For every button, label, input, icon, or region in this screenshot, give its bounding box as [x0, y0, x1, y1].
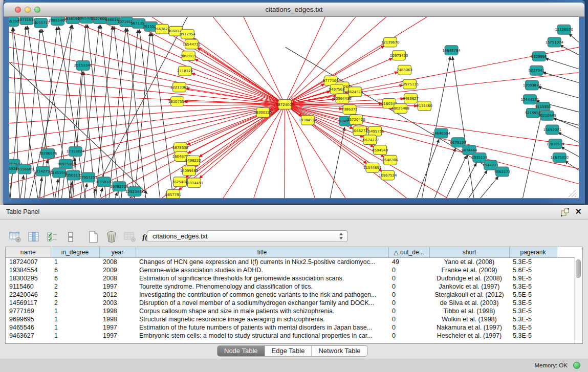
graph-node[interactable]: 11675310: [550, 153, 568, 163]
graph-node[interactable]: 16914491: [185, 178, 203, 188]
table-select-dropdown[interactable]: citations_edges.txt: [147, 230, 348, 242]
graph-node[interactable]: 8912954: [180, 29, 196, 39]
graph-node[interactable]: 7386372: [342, 105, 358, 115]
svg-text:15692071: 15692071: [543, 128, 561, 132]
table-row[interactable]: 2242004622012Investigating the contribut…: [6, 291, 575, 299]
graph-node[interactable]: 19384554: [299, 115, 317, 125]
graph-node[interactable]: 11126570: [555, 25, 573, 34]
table-cell: Estimation of the future numbers of pati…: [136, 323, 388, 332]
graph-node[interactable]: 14099489: [180, 166, 198, 176]
table-row[interactable]: 946554611997Estimation of the future num…: [6, 323, 575, 332]
graph-node[interactable]: 9857791: [165, 190, 181, 198]
graph-node[interactable]: 10967524: [379, 170, 397, 180]
table-row[interactable]: 911546021997Tourette syndrome. Phenomeno…: [6, 282, 575, 291]
memory-status-label: Memory: OK: [534, 362, 568, 368]
column-header-short[interactable]: short: [429, 247, 509, 258]
graph-node[interactable]: 9361573: [494, 167, 510, 177]
graph-node[interactable]: 5878538: [172, 143, 188, 152]
column-header-out_de[interactable]: △ out_de...: [388, 247, 429, 258]
graph-node[interactable]: 15495756: [366, 126, 384, 136]
graph-node[interactable]: 18300295: [254, 107, 272, 117]
table-row[interactable]: 1830029562008Estimation of significance …: [6, 274, 575, 282]
graph-node[interactable]: 3624574: [347, 87, 363, 97]
column-header-name[interactable]: name: [6, 247, 51, 258]
graph-node[interactable]: 17359924: [67, 147, 85, 157]
graph-node[interactable]: 9890915: [181, 51, 197, 61]
graph-node[interactable]: 16544731: [183, 39, 201, 49]
table-row[interactable]: 946362711997Embryonic stem cells: a mode…: [6, 332, 575, 340]
table-scrollbar[interactable]: [574, 258, 582, 343]
graph-node[interactable]: 11156689: [15, 164, 33, 174]
graph-node[interactable]: 20153346: [74, 61, 92, 71]
graph-node[interactable]: 20364436: [333, 94, 351, 103]
table-row[interactable]: 1456911722003Disruption of a novel membe…: [6, 299, 575, 307]
graph-node[interactable]: 9329966: [531, 52, 547, 61]
graph-node[interactable]: 1065272: [352, 126, 367, 136]
graph-node[interactable]: 15751074: [545, 37, 563, 47]
graph-node[interactable]: 14055717: [32, 18, 50, 28]
graph-node[interactable]: 12923448: [125, 187, 143, 196]
new-table-icon[interactable]: [86, 230, 100, 244]
graph-node[interactable]: 14646904: [432, 128, 450, 138]
column-header-title[interactable]: title: [136, 247, 388, 258]
graph-hub-node[interactable]: 18724007: [276, 100, 294, 110]
graph-node[interactable]: 10025488: [391, 104, 409, 114]
float-panel-icon[interactable]: [561, 208, 570, 216]
graph-node[interactable]: 9115460: [417, 101, 432, 111]
graph-node[interactable]: 9498222: [185, 156, 201, 165]
graph-node[interactable]: 9463627: [403, 94, 419, 103]
column-header-pagerank[interactable]: pagerank: [509, 247, 557, 258]
graph-node[interactable]: 7485063: [397, 65, 412, 75]
tab-edge-table[interactable]: Edge Table: [265, 346, 312, 356]
graph-node[interactable]: 17016514: [546, 139, 564, 149]
graph-node[interactable]: 12139670: [381, 37, 399, 47]
graph-node[interactable]: 12142757: [34, 166, 52, 176]
table-row[interactable]: 977716911998Corpus callosum shape and si…: [6, 307, 575, 315]
graph-node[interactable]: 2718120: [177, 66, 193, 76]
delete-table-icon[interactable]: [123, 230, 137, 244]
graph-node[interactable]: 16648784: [442, 46, 461, 55]
column-header-in_degree[interactable]: in_degree: [51, 247, 99, 258]
graph-node[interactable]: 15720400: [347, 115, 365, 124]
table-row[interactable]: 969969511998Structural magnetic resonanc…: [6, 315, 575, 323]
graph-node[interactable]: 9497568: [329, 84, 345, 94]
graph-node[interactable]: 9097588: [58, 159, 74, 169]
table-cell: 5.6E-5: [509, 266, 557, 274]
graph-node[interactable]: 12213363: [170, 82, 188, 92]
table-cell: 0: [388, 332, 429, 340]
graph-node[interactable]: 10674277: [361, 135, 379, 145]
graph-node[interactable]: 8594940: [372, 145, 388, 155]
table-settings-icon[interactable]: [8, 230, 22, 244]
graph-node[interactable]: 12975115: [401, 79, 419, 89]
network-window[interactable]: citations_edges.txt 20553931197316341405…: [3, 0, 585, 204]
table-cell: 2: [51, 291, 99, 299]
table-row[interactable]: 1872400712008Changes of HCN gene express…: [6, 258, 575, 267]
window-resize-grip[interactable]: [569, 190, 576, 197]
graph-node[interactable]: 12444131: [521, 95, 539, 104]
graph-node[interactable]: 9227341: [529, 65, 545, 75]
graph-node[interactable]: 10210649: [538, 111, 556, 120]
row-height-icon[interactable]: [63, 230, 77, 244]
tab-node-table[interactable]: Node Table: [217, 346, 265, 356]
graph-node[interactable]: 20206576: [39, 149, 57, 159]
graph-node[interactable]: 15692071: [543, 125, 561, 135]
svg-text:5878538: 5878538: [172, 146, 188, 150]
graph-node[interactable]: 9546306: [382, 155, 398, 165]
delete-rows-icon[interactable]: [104, 230, 118, 244]
window-titlebar[interactable]: citations_edges.txt: [4, 3, 584, 17]
tab-network-table[interactable]: Network Table: [311, 346, 367, 356]
column-visibility-icon[interactable]: [27, 230, 40, 244]
network-canvas[interactable]: 2055393119731634140557172089140618381904…: [9, 17, 579, 198]
close-panel-icon[interactable]: ✕: [575, 207, 582, 216]
row-select-icon[interactable]: [45, 230, 59, 244]
table-row[interactable]: 1938455462009Genome-wide association stu…: [6, 266, 575, 274]
window-resize-grip[interactable]: [575, 196, 576, 197]
memory-status-indicator[interactable]: [573, 362, 580, 369]
graph-edge-citation: [285, 104, 285, 198]
graph-node[interactable]: 11544691: [363, 163, 381, 172]
scrollbar-thumb[interactable]: [576, 259, 581, 278]
graph-node[interactable]: 10973493: [390, 51, 408, 60]
graph-node[interactable]: 12093872: [523, 80, 541, 90]
column-header-year[interactable]: year: [99, 247, 136, 258]
graph-node[interactable]: 18107554: [168, 97, 187, 106]
